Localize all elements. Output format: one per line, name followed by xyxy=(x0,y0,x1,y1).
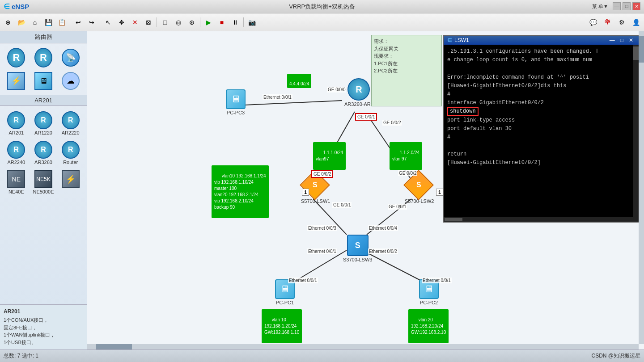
toolbar-chat[interactable]: 💬 xyxy=(587,16,599,29)
ar201-label: AR201 xyxy=(9,130,24,135)
port-eth004: Ethernet 0/0/4 xyxy=(368,225,398,231)
console-title: LSW1 xyxy=(454,37,469,43)
port-ge002-lsw1-boxed: GE 0/0/2 xyxy=(311,170,333,178)
device-router[interactable]: R Router xyxy=(58,139,83,167)
device-ar201[interactable]: R AR201 xyxy=(4,109,29,137)
node-ar3260[interactable]: R AR3260-AR2 xyxy=(344,78,373,107)
device-ne5000e[interactable]: NE5K NE5000E xyxy=(31,168,56,196)
left-scroll-area[interactable]: R AR201 R AR1220 R AR2220 xyxy=(0,106,87,304)
console-bottom-scrollbar[interactable] xyxy=(444,217,639,222)
lsw3-label: S3700-LSW3 xyxy=(343,257,372,262)
right-info-panel: 需求： 为保证网关 现要求： 1.PC1所在 2.PC2所在 xyxy=(371,35,442,106)
device-item-r1[interactable]: R xyxy=(4,47,29,68)
device-item-special[interactable]: ⚡ xyxy=(4,70,29,92)
toolbar-user[interactable]: 👤 xyxy=(630,16,642,29)
ar2240-label: AR2240 xyxy=(7,160,25,165)
port-eth001-lsw3-left: Ethernet 0/0/1 xyxy=(307,248,337,254)
toolbar-huawei[interactable]: 华 xyxy=(601,16,614,29)
canvas-scrollbar-bottom[interactable] xyxy=(87,344,639,349)
info-net1: 4.4.4.0/24 xyxy=(287,74,311,88)
toolbar-link[interactable]: ◎ xyxy=(172,16,185,29)
console-maximize[interactable]: □ xyxy=(619,37,625,43)
toolbar-save[interactable]: 💾 xyxy=(42,16,55,29)
device-item-r2[interactable]: R xyxy=(31,47,56,68)
port-eth001-pc2: Ethernet 0/0/1 xyxy=(422,278,452,283)
device-item-cloud[interactable]: ☁ xyxy=(58,70,83,92)
ar201-section-title: AR201 xyxy=(0,95,87,106)
port-eth002-lsw3: Ethernet 0/0/2 xyxy=(368,248,398,254)
console-line-prompt: [Huawei-GigabitEthernet0/0/2] xyxy=(447,159,630,167)
app-logo: ∈ eNSP xyxy=(4,2,29,11)
device-ar2220[interactable]: R AR2220 xyxy=(58,109,83,137)
console-minimize[interactable]: — xyxy=(608,37,617,43)
ar3260-label: AR3260 xyxy=(34,160,52,165)
console-line-hash1: # xyxy=(447,90,630,99)
toolbar-open[interactable]: 📂 xyxy=(15,16,28,29)
ensp-icon: ∈ xyxy=(4,2,10,11)
device-ar3260[interactable]: R AR3260 xyxy=(31,139,56,167)
node-pc3[interactable]: 🖥 PC-PC3 xyxy=(226,89,246,115)
toolbar: ⊕ 📂 ⌂ 💾 📋 ↩ ↪ ↖ ✥ ✕ ⊠ □ ◎ ⊛ ▶ ■ ⏸ 📷 💬 华 … xyxy=(0,13,644,31)
console-line-dis: [Huawei-GigabitEthernet0/0/2]dis this xyxy=(447,82,630,90)
toolbar-pointer[interactable]: ↖ xyxy=(102,16,114,29)
ar2240-icon: R xyxy=(7,141,25,159)
toolbar-cross[interactable]: ⊠ xyxy=(142,16,155,29)
toolbar-hand[interactable]: ✥ xyxy=(115,16,128,29)
toolbar-delete[interactable]: ✕ xyxy=(129,16,141,29)
ne5000e-icon: NE5K xyxy=(34,170,52,188)
toolbar-pause[interactable]: ⏸ xyxy=(229,16,242,29)
title-bar: ∈ eNSP VRRP负载均衡+双机热备 菜 单▼ — □ ✕ xyxy=(0,0,644,13)
extra-icon: ⚡ xyxy=(62,170,80,188)
canvas-area[interactable]: R AR3260-AR2 🖥 PC-PC3 S S5700-LSW1 S xyxy=(87,31,644,349)
toolbar-home[interactable]: ⌂ xyxy=(29,16,41,29)
device-ar1220[interactable]: R AR1220 xyxy=(31,109,56,137)
close-button[interactable]: ✕ xyxy=(632,2,640,10)
toolbar-undo[interactable]: ↩ xyxy=(72,16,85,29)
toolbar-save2[interactable]: 📋 xyxy=(55,16,68,29)
toolbar-stop[interactable]: ■ xyxy=(216,16,228,29)
console-title-bar: ∈ LSW1 — □ ✕ xyxy=(444,36,639,45)
canvas-scrollbar-right[interactable] xyxy=(639,31,644,344)
toolbar-sep1 xyxy=(70,17,70,27)
toolbar-settings[interactable]: ⚙ xyxy=(615,16,628,29)
device-ne40e[interactable]: NE NE40E xyxy=(4,168,29,196)
toolbar-play[interactable]: ▶ xyxy=(202,16,215,29)
toolbar-new[interactable]: ⊕ xyxy=(2,16,14,29)
toolbar-box[interactable]: □ xyxy=(159,16,171,29)
port-ge002-ar: GE 0/0/2 xyxy=(382,120,402,126)
device-item-wireless[interactable]: 📡 xyxy=(58,47,83,68)
pc3-label: PC-PC3 xyxy=(227,110,245,115)
node-lsw2[interactable]: S S5700-LSW2 xyxy=(405,174,434,204)
toolbar-capture[interactable]: 📷 xyxy=(246,16,258,29)
lsw-console[interactable]: ∈ LSW1 — □ ✕ .25.191.3.1 configurations … xyxy=(443,35,640,223)
port-eth003: Ethernet 0/0/3 xyxy=(307,225,337,231)
port-eth001-pc3: Ethernet 0/0/1 xyxy=(263,94,292,100)
minimize-button[interactable]: — xyxy=(613,2,621,10)
info-pc1: vlan 10 192.168.1.20/24 GW:192.168.1.10 xyxy=(262,309,302,343)
console-line-interface: interface GigabitEthernet0/0/2 xyxy=(447,99,630,107)
ar3260-icon: R xyxy=(34,141,52,159)
device-extra[interactable]: ⚡ xyxy=(58,168,83,196)
port-ge001-boxed: GE 0/0/1 xyxy=(355,113,377,121)
info-pc2: vlan 20 192.168.2.20/24 GW:192.168.2.10 xyxy=(408,309,449,343)
device-description: AR201 1个CON/AUX接口， 固定8FE接口， 1个WAN侧uplink… xyxy=(0,304,87,349)
device-ar2240[interactable]: R AR2240 xyxy=(4,139,29,167)
pc2-label: PC-PC2 xyxy=(420,300,438,305)
left-panel: 路由器 R R 📡 ⚡ xyxy=(0,31,87,349)
cloud-icon: ☁ xyxy=(62,72,80,90)
console-scrollbar[interactable] xyxy=(633,45,639,217)
console-line-2: e change loop count is 0, and the maximu… xyxy=(447,56,630,64)
menu-button[interactable]: 菜 单▼ xyxy=(589,2,611,11)
device-item-pc[interactable]: 🖥 xyxy=(31,70,56,92)
port-eth001-pc1: Ethernet 0/0/1 xyxy=(288,278,318,283)
console-close[interactable]: ✕ xyxy=(627,37,635,43)
router-generic-icon: R xyxy=(62,141,80,159)
console-line-return: return xyxy=(447,150,630,159)
router-section-title: 路由器 xyxy=(0,31,87,43)
badge-1-lsw2: 1 xyxy=(436,189,443,196)
toolbar-link2[interactable]: ⊛ xyxy=(186,16,198,29)
maximize-button[interactable]: □ xyxy=(623,2,631,10)
console-line-blank1 xyxy=(447,64,630,73)
status-count: 总数: 7 选中: 1 xyxy=(4,352,38,360)
toolbar-redo[interactable]: ↪ xyxy=(85,16,98,29)
